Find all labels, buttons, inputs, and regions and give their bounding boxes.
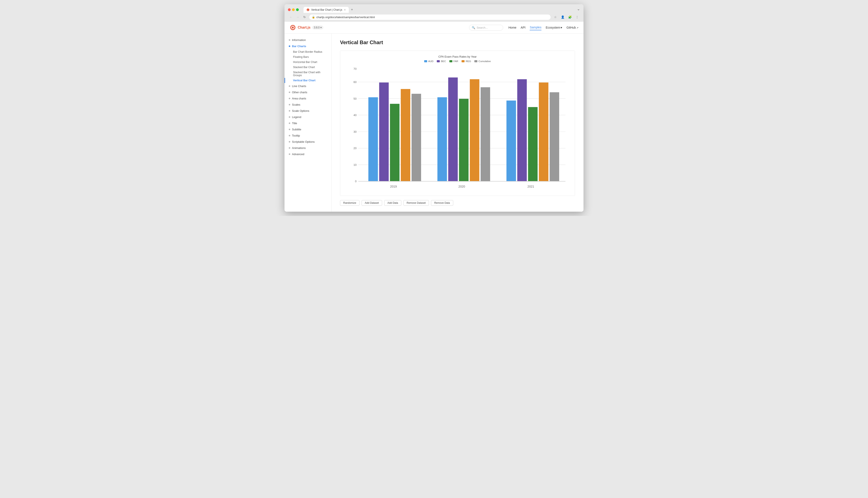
extension-icon[interactable]: 🧩 bbox=[567, 14, 573, 20]
bar-2021-bec bbox=[517, 79, 527, 181]
bar-2020-aud bbox=[437, 97, 447, 181]
bar-2019-cum bbox=[411, 94, 421, 181]
reload-button[interactable]: ↻ bbox=[302, 14, 308, 20]
sidebar-bullet bbox=[289, 116, 290, 118]
minimize-button[interactable] bbox=[292, 8, 295, 11]
legend-item-aud: AUD bbox=[424, 60, 433, 63]
sidebar-subitem-horizontal-bar[interactable]: Horizontal Bar Chart bbox=[284, 60, 331, 65]
sidebar-subitem-border-radius[interactable]: Bar Chart Border Radius bbox=[284, 49, 331, 54]
maximize-button[interactable] bbox=[296, 8, 299, 11]
bar-2021-far bbox=[528, 107, 538, 181]
bar-chart-svg: 0 10 20 30 40 50 60 70 bbox=[345, 66, 571, 192]
sidebar: Information Bar Charts Bar Chart Border … bbox=[284, 34, 331, 212]
nav-link-ecosystem[interactable]: Ecosystem ▾ bbox=[546, 25, 562, 30]
nav-link-github[interactable]: GitHub bbox=[566, 25, 578, 30]
sidebar-item-tooltip[interactable]: Tooltip bbox=[284, 132, 331, 139]
tab-bar: C Vertical Bar Chart | Chart.js ✕ + bbox=[304, 6, 575, 13]
bar-2019-reg bbox=[401, 89, 410, 181]
svg-text:30: 30 bbox=[354, 130, 356, 133]
sidebar-item-legend[interactable]: Legend bbox=[284, 114, 331, 120]
sidebar-subitem-vertical-bar[interactable]: Vertical Bar Chart bbox=[284, 78, 331, 83]
forward-button[interactable]: → bbox=[295, 14, 301, 20]
bar-2020-bec bbox=[448, 77, 458, 181]
label-2019: 2019 bbox=[390, 185, 397, 188]
legend-color-reg bbox=[461, 60, 464, 62]
sidebar-item-subtitle[interactable]: Subtitle bbox=[284, 126, 331, 132]
sidebar-bullet bbox=[289, 147, 290, 149]
nav-link-api[interactable]: API bbox=[521, 25, 526, 30]
tab-close-button[interactable]: ✕ bbox=[344, 9, 346, 11]
sidebar-subitem-stacked-bar-groups[interactable]: Stacked Bar Chart with Groups bbox=[284, 70, 331, 78]
legend-label-bec: BEC bbox=[441, 60, 446, 63]
legend-color-far bbox=[449, 60, 452, 62]
page-content: Chart.js 3.8.0 ▾ 🔍 Search... Home API Sa… bbox=[284, 22, 584, 212]
sidebar-bullet bbox=[289, 122, 290, 124]
main-layout: Information Bar Charts Bar Chart Border … bbox=[284, 34, 584, 212]
new-tab-button[interactable]: + bbox=[349, 6, 355, 13]
sidebar-subitem-floating-bars[interactable]: Floating Bars bbox=[284, 54, 331, 60]
legend-label-reg: REG bbox=[465, 60, 471, 63]
remove-dataset-button[interactable]: Remove Dataset bbox=[404, 200, 429, 206]
bars-2020: 2020 bbox=[437, 77, 490, 188]
search-box[interactable]: 🔍 Search... bbox=[469, 25, 503, 30]
url-bar[interactable]: 🔒 chartjs.org/docs/latest/samples/bar/ve… bbox=[309, 14, 551, 20]
sidebar-subitem-stacked-bar[interactable]: Stacked Bar Chart bbox=[284, 65, 331, 70]
sidebar-item-scale-options[interactable]: Scale Options bbox=[284, 108, 331, 114]
active-tab[interactable]: C Vertical Bar Chart | Chart.js ✕ bbox=[304, 7, 349, 13]
sidebar-item-scriptable-options[interactable]: Scriptable Options bbox=[284, 139, 331, 145]
bookmark-icon[interactable]: ☆ bbox=[552, 14, 558, 20]
window-menu[interactable]: ⌄ bbox=[577, 6, 580, 13]
bar-2020-reg bbox=[470, 79, 480, 181]
label-2020: 2020 bbox=[458, 185, 465, 188]
search-placeholder: Search... bbox=[476, 26, 488, 29]
bars-2019: 2019 bbox=[368, 82, 421, 188]
legend-item-far: FAR bbox=[449, 60, 458, 63]
sidebar-item-title[interactable]: Title bbox=[284, 120, 331, 126]
nav-link-home[interactable]: Home bbox=[508, 25, 516, 30]
bar-2020-cum bbox=[481, 87, 490, 181]
nav-link-samples[interactable]: Samples bbox=[530, 25, 541, 30]
svg-text:40: 40 bbox=[354, 114, 356, 117]
tab-favicon: C bbox=[306, 8, 309, 11]
bar-2019-aud bbox=[368, 97, 378, 181]
sidebar-item-area-charts[interactable]: Area charts bbox=[284, 95, 331, 102]
sidebar-item-advanced[interactable]: Advanced bbox=[284, 151, 331, 157]
back-button[interactable]: ← bbox=[288, 14, 294, 20]
top-nav: Chart.js 3.8.0 ▾ 🔍 Search... Home API Sa… bbox=[284, 22, 584, 34]
lock-icon: 🔒 bbox=[312, 16, 315, 18]
search-icon: 🔍 bbox=[472, 26, 475, 29]
more-icon[interactable]: ⋮ bbox=[574, 14, 580, 20]
sidebar-item-scales[interactable]: Scales bbox=[284, 102, 331, 108]
add-data-button[interactable]: Add Data bbox=[384, 200, 401, 206]
svg-text:20: 20 bbox=[354, 147, 356, 150]
sidebar-bullet bbox=[289, 154, 290, 155]
legend-label-cumulative: Cumulative bbox=[478, 60, 491, 63]
sidebar-bullet bbox=[289, 39, 290, 41]
legend-item-bec: BEC bbox=[437, 60, 446, 63]
remove-data-button[interactable]: Remove Data bbox=[431, 200, 453, 206]
legend-color-aud bbox=[424, 60, 427, 62]
version-badge[interactable]: 3.8.0 ▾ bbox=[312, 26, 323, 29]
sidebar-item-bar-charts[interactable]: Bar Charts bbox=[284, 43, 331, 49]
sidebar-item-animations[interactable]: Animations bbox=[284, 145, 331, 151]
sidebar-item-line-charts[interactable]: Line Charts bbox=[284, 83, 331, 89]
sidebar-bullet bbox=[289, 135, 290, 136]
svg-point-4 bbox=[292, 27, 294, 28]
nav-buttons: ← → ↻ bbox=[288, 14, 308, 20]
traffic-lights bbox=[288, 8, 299, 11]
tab-title: Vertical Bar Chart | Chart.js bbox=[311, 8, 342, 11]
sidebar-item-other-charts[interactable]: Other charts bbox=[284, 89, 331, 95]
top-nav-links: Home API Samples Ecosystem ▾ GitHub bbox=[508, 25, 578, 30]
browser-window: C Vertical Bar Chart | Chart.js ✕ + ⌄ ← … bbox=[284, 4, 584, 212]
sidebar-bullet bbox=[289, 129, 290, 130]
button-row: Randomize Add Dataset Add Data Remove Da… bbox=[340, 200, 575, 206]
add-dataset-button[interactable]: Add Dataset bbox=[361, 200, 382, 206]
sidebar-bullet bbox=[289, 98, 290, 99]
profile-icon[interactable]: 👤 bbox=[560, 14, 565, 20]
randomize-button[interactable]: Randomize bbox=[340, 200, 359, 206]
legend-item-cumulative: Cumulative bbox=[474, 60, 491, 63]
legend-color-bec bbox=[437, 60, 440, 62]
sidebar-item-information[interactable]: Information bbox=[284, 37, 331, 43]
sidebar-bullet-active bbox=[289, 45, 290, 47]
close-button[interactable] bbox=[288, 8, 291, 11]
